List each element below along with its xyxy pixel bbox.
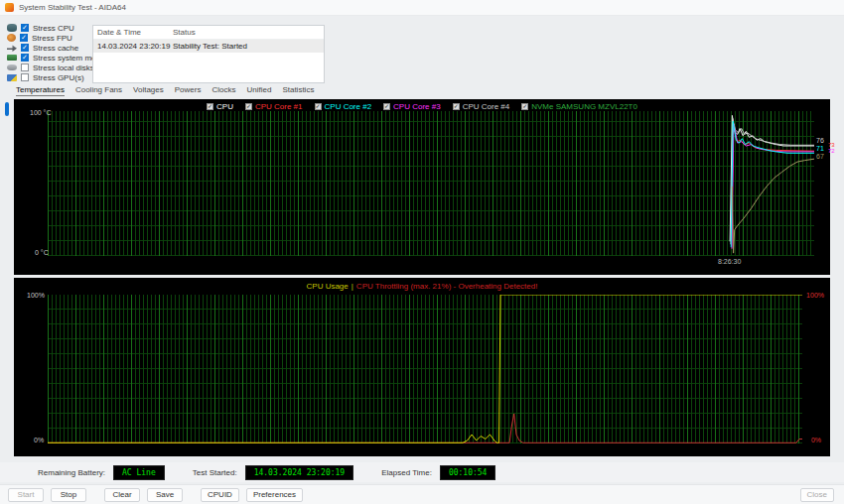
save-button[interactable]: Save [147,488,183,502]
tab-unified[interactable]: Unified [246,85,271,96]
memory-icon [7,55,17,61]
chart-tabs: TemperaturesCooling FansVoltagesPowersCl… [16,85,314,96]
cache-icon [7,44,17,52]
usage-left-max-label: 100% [27,292,45,299]
legend-checkbox[interactable]: ✓ [453,103,460,110]
temperature-chart-panel: ✓ CPU ✓ CPU Core #1 ✓ CPU Core #2 ✓ CPU … [14,99,830,275]
event-log-table: Date & Time Status 14.03.2024 23:20:19 S… [92,25,325,83]
close-button[interactable]: Close [800,488,834,502]
fpu-icon [7,34,16,42]
cpu-icon [7,24,17,32]
temp-axis-max-label: 100 °C [30,109,51,116]
battery-label: Remaining Battery: [38,468,105,477]
cpuid-button[interactable]: CPUID [201,488,239,502]
legend-checkbox[interactable]: ✓ [383,103,390,110]
legend-label: CPU Core #4 [463,102,510,111]
legend-item[interactable]: ✓ CPU Core #3 [383,102,441,111]
temp-axis-min-label: 0 °C [35,249,49,256]
preferences-button[interactable]: Preferences [246,488,303,502]
usage-left-min-label: 0% [34,437,44,443]
spike-time-label: 8:26:30 [718,258,741,265]
throttling-alert-text: CPU Throttling (max. 21%) - Overheating … [356,282,538,291]
elapsed-time-label: Elapsed Time: [381,468,432,477]
clear-button[interactable]: Clear [104,488,140,502]
legend-item[interactable]: ✓ CPU Core #4 [453,102,510,111]
usage-plot-area [48,295,802,443]
legend-item[interactable]: ✓ CPU [207,102,233,111]
elapsed-time-value: 00:10:54 [440,465,496,480]
window-title: System Stability Test - AIDA64 [19,3,126,12]
current-value: 67 [816,153,824,160]
log-table-header: Date & Time Status [93,26,324,40]
legend-checkbox[interactable]: ✓ [315,103,322,110]
stress-checkbox[interactable]: ✓ [21,44,29,52]
stress-checkbox[interactable]: ✓ [21,24,29,32]
temperature-legend: ✓ CPU ✓ CPU Core #1 ✓ CPU Core #2 ✓ CPU … [14,102,830,111]
stress-checkbox[interactable] [21,73,29,81]
tab-voltages[interactable]: Voltages [133,85,164,96]
stop-button[interactable]: Stop [51,488,86,502]
stress-checkbox[interactable] [21,63,29,71]
gpu-icon [7,74,17,81]
disk-icon [7,64,17,70]
battery-value: AC Line [113,465,165,480]
title-bar: System Stability Test - AIDA64 [0,0,844,16]
temperature-chart [48,111,814,256]
temperature-plot-area [48,111,814,256]
usage-chart [48,295,802,443]
legend-checkbox[interactable]: ✓ [521,103,528,110]
column-header-datetime[interactable]: Date & Time [97,28,173,37]
tab-powers[interactable]: Powers [175,85,202,96]
usage-chart-title: CPU Usage|CPU Throttling (max. 21%) - Ov… [14,282,830,291]
tab-cooling-fans[interactable]: Cooling Fans [75,85,122,96]
stress-checkbox[interactable]: ✓ [21,54,29,62]
legend-item[interactable]: ✓ NVMe SAMSUNG MZVL22T0 [521,102,637,111]
legend-item[interactable]: ✓ CPU Core #1 [245,102,303,111]
stress-label: Stress cache [33,44,78,53]
log-table-row[interactable]: 14.03.2024 23:20:19 Stability Test: Star… [93,40,324,53]
current-value: 71 [816,145,824,152]
legend-item[interactable]: ✓ CPU Core #2 [315,102,372,111]
current-value: 72 [828,148,835,154]
legend-label: CPU Core #2 [325,102,372,111]
start-button[interactable]: Start [8,488,44,502]
legend-label: CPU Core #3 [393,102,441,111]
stress-label: Stress GPU(s) [33,73,84,82]
tab-statistics[interactable]: Statistics [282,85,314,96]
legend-label: CPU [216,102,233,111]
current-value: 76 [816,137,824,144]
status-bar: Remaining Battery: AC Line Test Started:… [0,462,844,482]
log-status: Stability Test: Started [173,42,324,51]
tab-temperatures[interactable]: Temperatures [16,85,65,96]
usage-title-text: CPU Usage [307,282,349,291]
legend-label: CPU Core #1 [255,102,303,111]
tab-clocks[interactable]: Clocks [211,85,235,96]
legend-label: NVMe SAMSUNG MZVL22T0 [531,102,637,111]
vertical-scrollbar-thumb[interactable] [5,102,9,116]
cpu-usage-chart-panel: CPU Usage|CPU Throttling (max. 21%) - Ov… [14,278,830,456]
stress-checkbox[interactable]: ✓ [20,34,28,42]
test-started-label: Test Started: [193,468,237,477]
title-separator: | [349,282,356,291]
log-datetime: 14.03.2024 23:20:19 [97,42,173,51]
test-started-value: 14.03.2024 23:20:19 [245,465,354,480]
usage-right-max-label: 100% [806,292,824,299]
legend-checkbox[interactable]: ✓ [245,103,252,110]
app-icon [5,3,14,12]
stress-label: Stress local disks [33,63,94,72]
stress-label: Stress CPU [33,24,74,33]
usage-right-min-label: 0% [811,437,821,443]
legend-checkbox[interactable]: ✓ [207,103,213,110]
stress-label: Stress FPU [32,34,72,43]
button-bar: Start Stop Clear Save CPUID Preferences … [0,484,844,504]
column-header-status[interactable]: Status [173,28,324,37]
